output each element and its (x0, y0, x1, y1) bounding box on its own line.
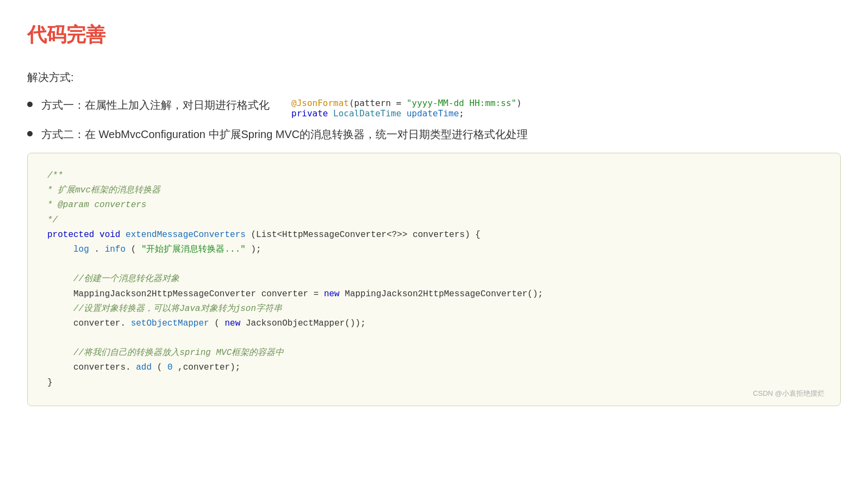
code-line-8: //创建一个消息转化器对象 (47, 272, 821, 286)
kw-new-9: new (324, 289, 340, 299)
bullet-dot-2 (27, 131, 33, 136)
close-brace: } (47, 378, 53, 388)
bullet-list: 方式一：在属性上加入注解，对日期进行格式化 @JsonFormat(patter… (27, 98, 841, 142)
bullet-item-1: 方式一：在属性上加入注解，对日期进行格式化 @JsonFormat(patter… (27, 98, 841, 119)
method-name: extendMessageConverters (126, 230, 246, 240)
indent-11 (47, 319, 68, 328)
indent-8 (47, 274, 68, 284)
comma-14: ,converter); (178, 363, 240, 372)
kw-new-11: new (225, 319, 241, 328)
log-string: "开始扩展消息转换器..." (141, 245, 246, 254)
kw-private: private (291, 108, 328, 119)
space (328, 108, 333, 119)
add-method: add (136, 363, 152, 372)
space-11: JacksonObjectMapper()); (246, 319, 366, 328)
paren-6b: ); (251, 245, 261, 254)
space-9: MappingJackson2HttpMessageConverter(); (345, 289, 543, 299)
log-ref: log (73, 245, 89, 254)
code-line-9: MappingJackson2HttpMessageConverter conv… (47, 287, 821, 302)
code-line-5: protected void extendMessageConverters (… (47, 228, 821, 242)
code-line-1: /** (47, 169, 821, 183)
comment-open: /** (47, 171, 63, 180)
num-zero: 0 (167, 363, 173, 372)
bullet-1-text: 方式一：在属性上加入注解，对日期进行格式化 (41, 98, 270, 113)
bullet-1-code-line-2: private LocalDateTime updateTime; (291, 108, 522, 119)
comment-italic: converters (94, 200, 146, 210)
comment-3: * @param converters (47, 200, 146, 210)
code-line-13: //将我们自己的转换器放入spring MVC框架的容器中 (47, 346, 821, 360)
kw-protected: protected (47, 230, 94, 240)
paren-11a: ( (214, 319, 220, 328)
code-block: /** * 扩展mvc框架的消息转换器 * @param converters … (27, 153, 841, 406)
kw-void: void (99, 230, 120, 240)
code-line-12 (47, 331, 821, 346)
converter-11: converter. (73, 319, 126, 328)
semicolon: ; (459, 108, 464, 119)
comment-close: */ (47, 215, 58, 225)
comment-2: * 扩展mvc框架的消息转换器 (47, 185, 160, 195)
code-line-15: } (47, 376, 821, 390)
page-wrapper: 代码完善 解决方式: 方式一：在属性上加入注解，对日期进行格式化 @JsonFo… (27, 22, 841, 406)
code-line-10: //设置对象转换器，可以将Java对象转为json字符串 (47, 302, 821, 316)
indent-13 (47, 348, 68, 358)
paren-6a: ( (131, 245, 136, 254)
type-9: MappingJackson2HttpMessageConverter conv… (73, 289, 324, 299)
params-5: (List<HttpMessageConverter<?>> converter… (251, 230, 480, 240)
space2 (401, 108, 407, 119)
code-line-11: converter. setObjectMapper ( new Jackson… (47, 316, 821, 331)
bullet-1-code: @JsonFormat(pattern = "yyyy-MM-dd HH:mm:… (291, 98, 522, 119)
indent-9 (47, 289, 68, 299)
indent-6 (47, 245, 68, 254)
type-ldt: LocalDateTime (333, 108, 401, 119)
comment-10: //设置对象转换器，可以将Java对象转为json字符串 (73, 304, 282, 314)
code-line-2: * 扩展mvc框架的消息转换器 (47, 183, 821, 198)
comment-13: //将我们自己的转换器放入spring MVC框架的容器中 (73, 348, 284, 358)
set-method: setObjectMapper (131, 319, 209, 328)
paren-14a: ( (157, 363, 163, 372)
field-name: updateTime (407, 108, 459, 119)
code-line-6: log . info ( "开始扩展消息转换器..." ); (47, 242, 821, 257)
code-line-4: */ (47, 213, 821, 228)
bullet-1-code-line-1: @JsonFormat(pattern = "yyyy-MM-dd HH:mm:… (291, 98, 522, 108)
dot-6: . (94, 245, 99, 254)
watermark: CSDN @小袁拒绝摆烂 (753, 389, 825, 398)
indent-10 (47, 304, 68, 314)
code-line-7 (47, 257, 821, 272)
indent-14 (47, 363, 68, 372)
bullet-2-text: 方式二：在 WebMvcConfiguration 中扩展Spring MVC的… (41, 127, 528, 142)
bullet-item-2: 方式二：在 WebMvcConfiguration 中扩展Spring MVC的… (27, 127, 841, 142)
code-str: "yyyy-MM-dd HH:mm:ss" (407, 98, 516, 108)
info-method: info (105, 245, 126, 254)
code-paren: (pattern = (349, 98, 407, 108)
converters-14: converters. (73, 363, 131, 372)
bullet-1-content: 方式一：在属性上加入注解，对日期进行格式化 @JsonFormat(patter… (41, 98, 522, 119)
annotation-span: @JsonFormat (291, 98, 349, 108)
section-label: 解决方式: (27, 70, 841, 85)
code-paren2: ) (516, 98, 522, 108)
code-line-3: * @param converters (47, 198, 821, 213)
page-title: 代码完善 (27, 22, 841, 48)
code-line-14: converters. add ( 0 ,converter); (47, 360, 821, 375)
bullet-dot-1 (27, 102, 33, 107)
comment-8: //创建一个消息转化器对象 (73, 274, 179, 284)
